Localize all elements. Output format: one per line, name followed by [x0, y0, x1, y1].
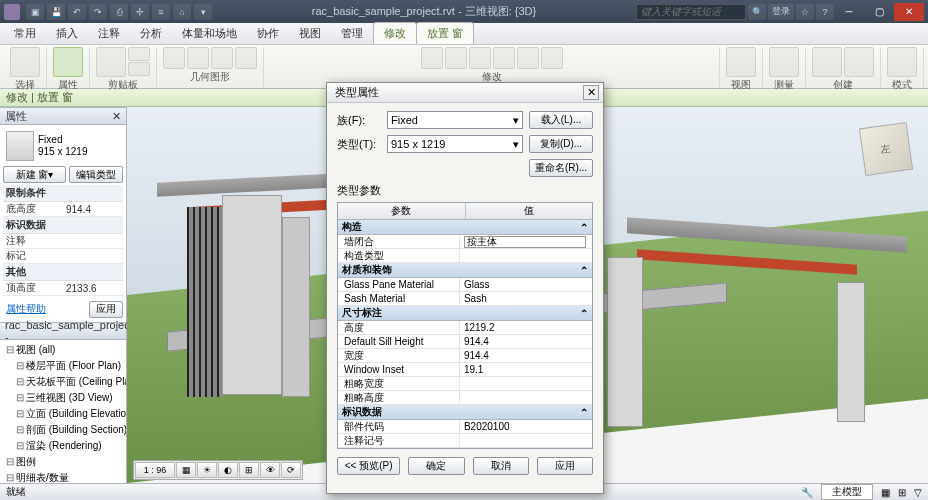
- preview-button[interactable]: << 预览(P): [337, 457, 400, 475]
- param-row[interactable]: 粗略宽度: [338, 377, 592, 391]
- tree-item[interactable]: ⊟图例: [2, 454, 124, 470]
- vp-tool[interactable]: 👁: [260, 462, 280, 478]
- qat-btn[interactable]: ✢: [131, 4, 149, 20]
- ribbon-btn[interactable]: [887, 47, 917, 77]
- rename-button[interactable]: 重命名(R)...: [529, 159, 593, 177]
- ribbon-btn[interactable]: [517, 47, 539, 69]
- vp-tool[interactable]: ☀: [197, 462, 217, 478]
- tree-item[interactable]: ⊟三维视图 (3D View): [2, 390, 124, 406]
- apply-button[interactable]: 应用: [537, 457, 593, 475]
- tab-contextual[interactable]: 放置 窗: [416, 22, 474, 44]
- prop-row[interactable]: 底高度 914.4: [3, 202, 123, 217]
- column-header-param[interactable]: 参数: [338, 203, 466, 219]
- dialog-close-icon[interactable]: ✕: [583, 85, 599, 100]
- vp-tool[interactable]: ◐: [218, 462, 238, 478]
- tree-item[interactable]: ⊟楼层平面 (Floor Plan): [2, 358, 124, 374]
- close-icon[interactable]: ✕: [112, 110, 121, 123]
- vp-tool[interactable]: ▦: [176, 462, 196, 478]
- new-instance-select[interactable]: 新建 窗 ▾: [3, 166, 66, 183]
- tree-item[interactable]: ⊟渲染 (Rendering): [2, 438, 124, 454]
- favorite-icon[interactable]: ☆: [796, 4, 814, 20]
- ribbon-btn[interactable]: [187, 47, 209, 69]
- param-row[interactable]: Glass Pane MaterialGlass: [338, 278, 592, 292]
- login-button[interactable]: 登录: [768, 4, 794, 20]
- filter-icon[interactable]: ▽: [914, 487, 922, 498]
- qat-open-icon[interactable]: ▣: [26, 4, 44, 20]
- tab-home[interactable]: 常用: [4, 23, 46, 44]
- project-browser-tree[interactable]: ⊟视图 (all)⊟楼层平面 (Floor Plan)⊟天花板平面 (Ceili…: [0, 340, 126, 483]
- param-row[interactable]: 部件代码B2020100: [338, 420, 592, 434]
- minimize-button[interactable]: ─: [834, 3, 864, 21]
- qat-dropdown-icon[interactable]: ▾: [194, 4, 212, 20]
- dialog-titlebar[interactable]: 类型属性 ✕: [327, 83, 603, 103]
- qat-save-icon[interactable]: 💾: [47, 4, 65, 20]
- vp-tool[interactable]: ⟳: [281, 462, 301, 478]
- ribbon-btn[interactable]: [421, 47, 443, 69]
- ribbon-copy-button[interactable]: [128, 62, 150, 76]
- tab-mass-site[interactable]: 体量和场地: [172, 23, 247, 44]
- ribbon-btn[interactable]: [769, 47, 799, 77]
- tree-item[interactable]: ⊟天花板平面 (Ceiling Plan): [2, 374, 124, 390]
- param-row[interactable]: 粗略高度: [338, 391, 592, 405]
- ribbon-properties-button[interactable]: [53, 47, 83, 77]
- help-search-input[interactable]: [636, 4, 746, 20]
- status-icon[interactable]: ▦: [881, 487, 890, 498]
- qat-undo-icon[interactable]: ↶: [68, 4, 86, 20]
- tree-item[interactable]: ⊟立面 (Building Elevation): [2, 406, 124, 422]
- ribbon-cut-button[interactable]: [128, 47, 150, 61]
- param-row[interactable]: 宽度914.4: [338, 349, 592, 363]
- tab-analyze[interactable]: 分析: [130, 23, 172, 44]
- param-row[interactable]: 注释记号: [338, 434, 592, 448]
- ribbon-btn[interactable]: [211, 47, 233, 69]
- ribbon-btn[interactable]: [726, 47, 756, 77]
- model-select[interactable]: 主模型: [821, 484, 873, 500]
- ribbon-btn[interactable]: [235, 47, 257, 69]
- tab-view[interactable]: 视图: [289, 23, 331, 44]
- properties-panel-title[interactable]: 属性 ✕: [0, 108, 126, 125]
- type-select[interactable]: 915 x 1219▾: [387, 135, 523, 153]
- properties-help-link[interactable]: 属性帮助: [3, 299, 49, 319]
- qat-redo-icon[interactable]: ↷: [89, 4, 107, 20]
- tree-item[interactable]: ⊟剖面 (Building Section): [2, 422, 124, 438]
- close-button[interactable]: ✕: [894, 3, 924, 21]
- app-icon[interactable]: [4, 4, 20, 20]
- workset-icon[interactable]: 🔧: [801, 487, 813, 498]
- ribbon-btn[interactable]: [163, 47, 185, 69]
- search-icon[interactable]: 🔍: [748, 4, 766, 20]
- status-icon[interactable]: ⊞: [898, 487, 906, 498]
- family-select[interactable]: Fixed▾: [387, 111, 523, 129]
- prop-row[interactable]: 标记: [3, 249, 123, 264]
- param-row[interactable]: 墙闭合: [338, 235, 592, 249]
- qat-print-icon[interactable]: ⎙: [110, 4, 128, 20]
- duplicate-button[interactable]: 复制(D)...: [529, 135, 593, 153]
- type-selector[interactable]: Fixed 915 x 1219: [3, 128, 123, 164]
- ribbon-paste-button[interactable]: [96, 47, 126, 77]
- tab-annotate[interactable]: 注释: [88, 23, 130, 44]
- ribbon-btn[interactable]: [541, 47, 563, 69]
- param-row[interactable]: Default Sill Height914.4: [338, 335, 592, 349]
- tab-modify[interactable]: 修改: [373, 22, 417, 44]
- param-row[interactable]: 构造类型: [338, 249, 592, 263]
- param-value-input[interactable]: [464, 236, 586, 248]
- param-section[interactable]: 构造⌃: [338, 220, 592, 235]
- ribbon-btn[interactable]: [844, 47, 874, 77]
- ribbon-modify-button[interactable]: [10, 47, 40, 77]
- view-cube[interactable]: 左: [859, 122, 913, 176]
- project-browser-title[interactable]: rac_basic_sample_project.rvt - ✕: [0, 323, 126, 340]
- tab-insert[interactable]: 插入: [46, 23, 88, 44]
- ok-button[interactable]: 确定: [408, 457, 464, 475]
- edit-type-button[interactable]: 编辑类型: [69, 166, 123, 183]
- ribbon-btn[interactable]: [493, 47, 515, 69]
- tree-item[interactable]: ⊟视图 (all): [2, 342, 124, 358]
- param-section[interactable]: 材质和装饰⌃: [338, 263, 592, 278]
- tab-manage[interactable]: 管理: [331, 23, 373, 44]
- tree-item[interactable]: ⊟明细表/数量: [2, 470, 124, 483]
- ribbon-btn[interactable]: [469, 47, 491, 69]
- param-row[interactable]: Sash MaterialSash: [338, 292, 592, 306]
- param-row[interactable]: Window Inset19.1: [338, 363, 592, 377]
- ribbon-btn[interactable]: [812, 47, 842, 77]
- tab-collaborate[interactable]: 协作: [247, 23, 289, 44]
- scale-control[interactable]: 1 : 96: [135, 462, 175, 478]
- cancel-button[interactable]: 取消: [473, 457, 529, 475]
- qat-btn[interactable]: ≡: [152, 4, 170, 20]
